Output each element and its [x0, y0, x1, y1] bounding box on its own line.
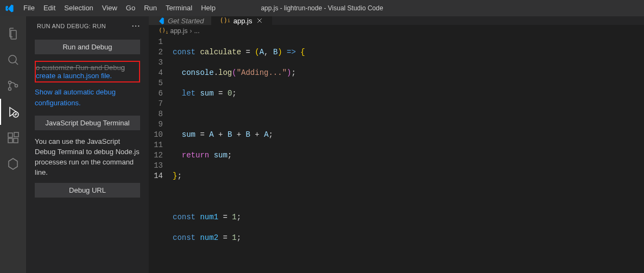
- line-num: 4: [149, 68, 163, 78]
- menu-view[interactable]: View: [98, 0, 122, 16]
- customize-text-pre: o customize Run and Debu: [36, 64, 121, 72]
- show-all-configs-link[interactable]: Show all automatic debug configurations.: [35, 87, 140, 108]
- more-actions-icon[interactable]: ⋯: [131, 22, 140, 30]
- menu-go[interactable]: Go: [122, 0, 140, 16]
- js-debug-terminal-button[interactable]: JavaScript Debug Terminal: [35, 116, 140, 130]
- breadcrumb-tail: ...: [194, 27, 200, 35]
- js-terminal-description: You can use the JavaScript Debug Termina…: [35, 137, 140, 177]
- menu-help[interactable]: Help: [197, 0, 220, 16]
- hex-icon[interactable]: [0, 151, 26, 177]
- scm-icon[interactable]: [0, 73, 26, 99]
- line-num: 13: [149, 161, 163, 171]
- tab-get-started[interactable]: Get Started: [149, 16, 212, 25]
- tab-label-get-started: Get Started: [168, 17, 204, 25]
- tab-app-js[interactable]: ()i app.js: [212, 16, 272, 25]
- run-and-debug-button[interactable]: Run and Debug: [35, 40, 140, 54]
- line-num: 2: [149, 47, 163, 58]
- svg-point-0: [9, 55, 16, 63]
- line-num: 7: [149, 99, 163, 109]
- vscode-logo-icon: [0, 4, 19, 13]
- line-gutter: 1 2 3 4 5 6 7 8 9 10 11 12 13 14: [149, 37, 171, 273]
- show-all-line2: configurations.: [35, 99, 81, 107]
- menu-terminal[interactable]: Terminal: [161, 0, 197, 16]
- svg-rect-5: [8, 133, 12, 137]
- create-launch-json-link[interactable]: create a launch.json file.: [36, 72, 112, 80]
- svg-rect-8: [14, 132, 18, 137]
- line-num: 8: [149, 109, 163, 119]
- line-num: 11: [149, 140, 163, 150]
- menu-run[interactable]: Run: [140, 0, 161, 16]
- line-num: 5: [149, 78, 163, 88]
- line-num: 9: [149, 119, 163, 130]
- svg-point-2: [9, 88, 11, 91]
- svg-rect-7: [14, 138, 18, 143]
- editor-area: Get Started ()i app.js ()i app.js › ... …: [149, 16, 644, 273]
- js-braces-icon: ()i: [159, 27, 168, 35]
- activity-bar: [0, 16, 26, 273]
- svg-point-3: [15, 85, 18, 87]
- line-num: 1: [149, 37, 163, 47]
- customize-box: o customize Run and Debug create a launc…: [35, 61, 140, 82]
- menu-edit[interactable]: Edit: [39, 0, 60, 16]
- sidebar-title: RUN AND DEBUG: RUN: [37, 23, 106, 29]
- customize-text-suf: g: [121, 64, 125, 72]
- tab-bar: Get Started ()i app.js: [149, 16, 644, 25]
- debug-url-button[interactable]: Debug URL: [35, 183, 140, 198]
- svg-point-1: [9, 81, 11, 84]
- vscode-small-icon: [156, 17, 165, 25]
- code-lines[interactable]: const calculate = (A, B) => { console.lo…: [171, 37, 644, 273]
- line-num: 10: [149, 130, 163, 140]
- extensions-icon[interactable]: [0, 125, 26, 151]
- sidebar: RUN AND DEBUG: RUN ⋯ Run and Debug o cus…: [26, 16, 149, 273]
- menu-bar: File Edit Selection View Go Run Terminal…: [19, 0, 220, 16]
- tab-label-app-js: app.js: [233, 17, 252, 25]
- line-num: 6: [149, 88, 163, 99]
- svg-rect-6: [8, 138, 12, 143]
- explorer-icon[interactable]: [0, 21, 26, 47]
- js-braces-icon: ()i: [219, 17, 230, 24]
- line-num: 14: [149, 171, 163, 181]
- chevron-right-icon: ›: [190, 27, 192, 35]
- search-icon[interactable]: [0, 47, 26, 73]
- code-editor[interactable]: 1 2 3 4 5 6 7 8 9 10 11 12 13 14 const c…: [149, 37, 644, 273]
- close-tab-icon[interactable]: [255, 16, 264, 25]
- menu-file[interactable]: File: [19, 0, 39, 16]
- run-debug-icon[interactable]: [0, 99, 26, 125]
- sidebar-header: RUN AND DEBUG: RUN ⋯: [26, 16, 149, 35]
- title-bar: File Edit Selection View Go Run Terminal…: [0, 0, 644, 16]
- show-all-line1: Show all automatic debug: [35, 88, 116, 96]
- line-num: 12: [149, 150, 163, 161]
- breadcrumb-file: app.js: [170, 27, 187, 35]
- line-num: 3: [149, 58, 163, 68]
- menu-selection[interactable]: Selection: [60, 0, 97, 16]
- sidebar-body: Run and Debug o customize Run and Debug …: [26, 35, 149, 208]
- breadcrumb[interactable]: ()i app.js › ...: [149, 25, 644, 37]
